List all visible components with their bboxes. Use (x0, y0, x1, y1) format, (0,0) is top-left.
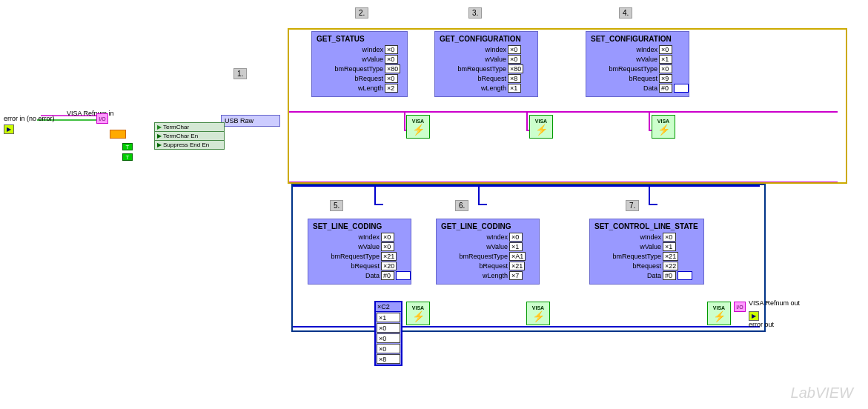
set-config-wvalue: wValue ×1 (591, 55, 684, 64)
bool-const-1: T (122, 143, 133, 150)
array-c2-block: ×C2 ×1 ×0 ×0 ×0 ×8 (374, 301, 402, 366)
set-line-coding-block: SET_LINE_CODING wIndex ×0 wValue ×0 bmRe… (308, 219, 411, 285)
get-status-wlength: wLength ×2 (317, 84, 402, 93)
set-control-line-state-block: SET_CONTROL_LINE_STATE wIndex ×0 wValue … (589, 219, 704, 285)
visa-node-2: VISA ⚡ (529, 115, 553, 139)
get-configuration-block: GET_CONFIGURATION wIndex ×0 wValue ×0 bm… (434, 31, 538, 97)
hex-const-1 (110, 130, 126, 139)
set-config-bmrequesttype: bmRequestType ×0 (591, 64, 684, 73)
set-cls-brequest: bRequest ×22 (594, 262, 699, 270)
watermark: LabVIEW (791, 385, 853, 402)
badge-3: 3. (468, 7, 482, 19)
get-status-wvalue: wValue ×0 (317, 55, 402, 64)
property-node: ▶ TermChar ▶ TermChar En ▶ Suppress End … (154, 122, 225, 150)
badge-5: 5. (330, 200, 343, 211)
get-config-brequest: bRequest ×8 (440, 74, 533, 83)
get-lc-wvalue: wValue ×1 (441, 242, 534, 251)
prop-suppress-end-en: ▶ Suppress End En (155, 141, 224, 149)
visa-refnum-in-terminal: I/O (96, 113, 108, 124)
visa-refnum-out-label: VISA Refnum out (749, 299, 800, 307)
error-in-label: error in (no error) (4, 115, 55, 122)
get-lc-windex: wIndex ×0 (441, 233, 534, 242)
get-status-brequest: bRequest ×0 (317, 74, 402, 83)
badge-2: 2. (355, 7, 368, 19)
usb-raw-node: USB Raw (221, 115, 280, 127)
visa-node-3: VISA ⚡ (652, 115, 675, 139)
get-config-wvalue: wValue ×0 (440, 55, 533, 64)
get-config-bmrequesttype: bmRequestType ×80 (440, 64, 533, 73)
badge-4: 4. (619, 7, 632, 19)
get-lc-brequest: bRequest ×21 (441, 262, 534, 270)
visa-node-6: VISA ⚡ (707, 302, 731, 325)
badge-1: 1. (233, 68, 247, 79)
set-configuration-block: SET_CONFIGURATION wIndex ×0 wValue ×1 bm… (586, 31, 689, 97)
prop-termchar-en: ▶ TermChar En (155, 132, 224, 141)
set-lc-data: Data #0 (313, 271, 406, 280)
get-config-windex: wIndex ×0 (440, 45, 533, 54)
visa-node-5: VISA ⚡ (526, 302, 550, 325)
visa-node-4: VISA ⚡ (406, 302, 430, 325)
set-config-data: Data #0 (591, 84, 684, 93)
visa-node-1: VISA ⚡ (406, 115, 430, 139)
visa-refnum-out-terminal: I/O (734, 302, 746, 312)
set-lc-bmrequesttype: bmRequestType ×21 (313, 252, 406, 261)
error-out-box: ▶ (749, 311, 759, 321)
prop-termchar: ▶ TermChar (155, 123, 224, 132)
error-in-box: ▶ (4, 124, 14, 134)
bool-const-2: T (122, 153, 133, 161)
error-out-label: error out (749, 321, 774, 328)
set-cls-bmrequesttype: bmRequestType ×21 (594, 252, 699, 261)
badge-7: 7. (626, 200, 639, 211)
get-lc-bmrequesttype: bmRequestType ×A1 (441, 252, 534, 261)
get-status-windex: wIndex ×0 (317, 45, 402, 54)
get-config-wlength: wLength ×1 (440, 84, 533, 93)
get-status-block: GET_STATUS wIndex ×0 wValue ×0 bmRequest… (311, 31, 408, 97)
set-cls-wvalue: wValue ×1 (594, 242, 699, 251)
set-cls-windex: wIndex ×0 (594, 233, 699, 242)
badge-6: 6. (455, 200, 468, 211)
get-status-bmrequesttype: bmRequestType ×80 (317, 64, 402, 73)
get-line-coding-block: GET_LINE_CODING wIndex ×0 wValue ×1 bmRe… (436, 219, 540, 285)
set-lc-windex: wIndex ×0 (313, 233, 406, 242)
set-lc-brequest: bRequest ×20 (313, 262, 406, 270)
set-config-brequest: bRequest ×9 (591, 74, 684, 83)
set-cls-data: Data #0 (594, 271, 699, 280)
set-lc-wvalue: wValue ×0 (313, 242, 406, 251)
get-lc-wlength: wLength ×7 (441, 271, 534, 280)
set-config-windex: wIndex ×0 (591, 45, 684, 54)
